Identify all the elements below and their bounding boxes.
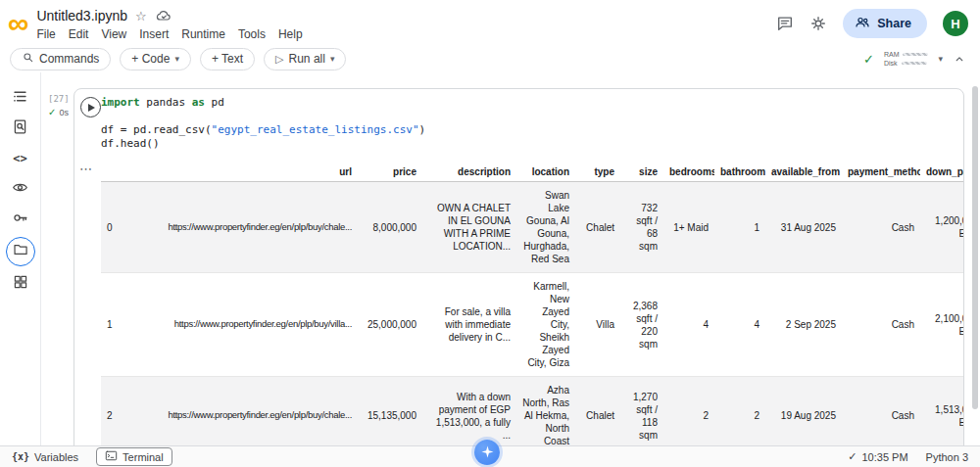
df-cell: 732 sqft / 68 sqm	[620, 182, 663, 273]
df-column-header: price	[358, 163, 422, 182]
df-index-cell: 0	[101, 182, 122, 273]
settings-gear-icon[interactable]	[809, 15, 827, 32]
notebook-toolbar: Commands + Code ▾ + Text ▷ Run all ▾ ✓ R…	[0, 47, 980, 72]
topbar: ∞ Untitled3.ipynb ☆ FileEditViewInsertRu…	[0, 0, 980, 47]
terminal-icon	[105, 449, 118, 464]
execution-count: [27]	[48, 94, 74, 104]
code-cell: import pandas as pd df = pd.read_csv("eg…	[74, 88, 964, 445]
menu-help[interactable]: Help	[278, 26, 310, 42]
add-code-label: + Code	[131, 52, 170, 66]
sidebar-secrets-button[interactable]	[6, 207, 35, 232]
df-body: 0https://www.propertyfinder.eg/en/plp/bu…	[101, 182, 964, 446]
run-cell-button[interactable]	[80, 97, 101, 117]
add-code-button[interactable]: + Code ▾	[120, 48, 191, 70]
df-header-row: urlpricedescriptionlocationtypesizebedro…	[101, 163, 964, 182]
eye-icon	[12, 179, 28, 200]
df-cell: 25,000,000	[358, 273, 422, 377]
kernel-selector[interactable]: Python 3	[926, 451, 968, 463]
df-cell: 1,270 sqft / 118 sqm	[620, 377, 663, 446]
df-cell: Cash	[842, 182, 920, 273]
add-text-label: + Text	[212, 52, 243, 66]
output-options-button[interactable]: ⋯	[79, 163, 93, 175]
disk-usage-bar	[902, 62, 927, 65]
menu-insert[interactable]: Insert	[139, 26, 175, 42]
commands-button[interactable]: Commands	[10, 48, 111, 70]
menu-edit[interactable]: Edit	[69, 26, 96, 42]
avatar[interactable]: H	[943, 11, 968, 36]
df-cell: Azha North, Ras Al Hekma, North Coast	[516, 377, 575, 446]
menu-runtime[interactable]: Runtime	[181, 26, 232, 42]
df-index-cell: 2	[101, 377, 122, 446]
spark-icon	[480, 444, 495, 461]
sidebar-variable-inspector-button[interactable]	[6, 176, 35, 202]
chevron-down-icon: ▾	[330, 55, 335, 64]
menu-tools[interactable]: Tools	[238, 26, 272, 42]
df-cell: https://www.propertyfinder.eg/en/plp/buy…	[122, 273, 358, 377]
collapse-toolbar-icon[interactable]	[953, 52, 966, 66]
df-cell: 19 Aug 2025	[765, 377, 842, 446]
status-time: ✓ 10:35 PM	[848, 450, 907, 463]
terminal-button[interactable]: Terminal	[96, 447, 172, 466]
code-line: df = pd.read_csv("egypt_real_estate_list…	[101, 123, 954, 137]
df-column-header: description	[422, 163, 516, 182]
sidebar-files-button[interactable]	[6, 237, 35, 266]
df-cell: Swan Lake Gouna, Al Gouna, Hurghada, Red…	[516, 182, 575, 273]
menu-view[interactable]: View	[101, 26, 133, 42]
bottom-statusbar: {x} Variables Terminal ✓ 10:35 PM Python…	[0, 445, 980, 467]
commands-label: Commands	[39, 52, 99, 66]
df-cell: 2,368 sqft / 220 sqm	[620, 273, 663, 377]
variables-icon: {x}	[12, 451, 29, 462]
df-cell: Cash	[842, 273, 920, 377]
comment-icon[interactable]	[776, 15, 794, 32]
play-icon	[88, 104, 95, 112]
ram-label: RAM	[884, 51, 900, 58]
df-cell: Cash	[842, 377, 920, 446]
colab-app: ∞ Untitled3.ipynb ☆ FileEditViewInsertRu…	[0, 0, 980, 467]
colab-logo-icon[interactable]: ∞	[8, 9, 28, 38]
cell-gutter: [27] ✓ 0s	[48, 94, 74, 117]
variables-button[interactable]: {x} Variables	[12, 451, 78, 463]
chevron-down-icon[interactable]: ▾	[938, 55, 943, 64]
play-icon: ▷	[275, 54, 283, 65]
df-cell: Karmell, New Zayed City, Sheikh Zayed Ci…	[516, 273, 575, 377]
code-line	[101, 110, 954, 123]
notebook-title[interactable]: Untitled3.ipynb	[36, 8, 127, 23]
df-column-header: available_from	[765, 163, 842, 182]
share-button[interactable]: Share	[843, 9, 927, 38]
left-sidebar: <>	[0, 72, 41, 445]
sidebar-toc-button[interactable]	[6, 85, 35, 111]
dataframe-table: urlpricedescriptionlocationtypesizebedro…	[101, 163, 964, 445]
title-block: Untitled3.ipynb ☆ FileEditViewInsertRunt…	[36, 5, 315, 42]
df-cell: With a down payment of EGP 1,513,000, a …	[422, 377, 516, 446]
df-cell: 1,513,00 EG	[920, 377, 964, 446]
toolbar-right: ✓ RAM Disk ▾	[863, 51, 966, 67]
key-icon	[12, 210, 28, 230]
df-cell: Chalet	[575, 377, 620, 446]
gemini-spark-button[interactable]	[474, 440, 500, 465]
chevron-down-icon: ▾	[174, 55, 179, 64]
terminal-label: Terminal	[122, 451, 164, 463]
df-column-header: down_paymen	[920, 163, 964, 182]
menu-file[interactable]: File	[36, 26, 62, 42]
code-icon: <>	[13, 152, 26, 165]
vertical-scrollbar[interactable]	[972, 86, 978, 409]
topbar-right: Share H	[776, 9, 968, 38]
run-all-button[interactable]: ▷ Run all ▾	[264, 48, 346, 70]
df-cell: 1+ Maid	[663, 182, 714, 273]
resources-meter[interactable]: RAM Disk	[884, 51, 929, 67]
sidebar-find-replace-button[interactable]	[6, 116, 35, 141]
df-cell: 2,100,00 EG	[920, 273, 964, 377]
df-row: 1https://www.propertyfinder.eg/en/plp/bu…	[101, 273, 964, 377]
df-column-header	[101, 163, 122, 182]
add-text-button[interactable]: + Text	[200, 48, 255, 70]
df-cell: Chalet	[575, 182, 620, 273]
code-editor[interactable]: import pandas as pd df = pd.read_csv("eg…	[74, 89, 963, 155]
sidebar-code-snippets-button[interactable]: <>	[6, 146, 35, 171]
df-column-header: bedrooms	[663, 163, 714, 182]
df-cell: 2	[663, 377, 714, 446]
cell-success-check-icon: ✓	[48, 108, 56, 117]
sidebar-grid-button[interactable]	[6, 271, 35, 297]
kernel-label: Python 3	[926, 451, 968, 463]
star-icon[interactable]: ☆	[135, 10, 147, 23]
df-cell: 4	[714, 273, 765, 377]
